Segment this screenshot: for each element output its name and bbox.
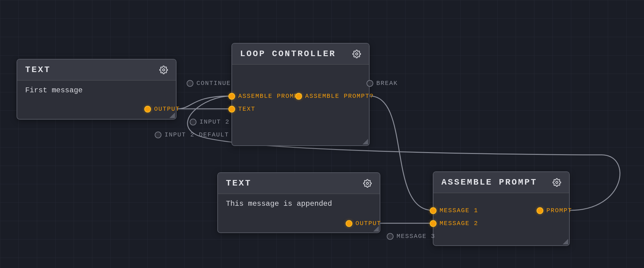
port-dot-icon[interactable] xyxy=(144,106,151,113)
port-dot-icon[interactable] xyxy=(430,207,436,214)
port-loop-input2[interactable]: INPUT 2 xyxy=(190,118,230,125)
port-label: MESSAGE 2 xyxy=(440,220,478,227)
port-label: TEXT xyxy=(238,105,255,113)
port-assemble-message2[interactable]: MESSAGE 2 xyxy=(430,220,478,227)
svg-point-0 xyxy=(163,69,165,71)
node-title: TEXT xyxy=(226,178,251,188)
port-loop-text[interactable]: TEXT xyxy=(228,105,255,113)
port-dot-icon[interactable] xyxy=(387,233,394,240)
gear-icon[interactable] xyxy=(159,66,168,74)
port-dot-icon[interactable] xyxy=(155,132,161,138)
port-label: PROMPT xyxy=(546,207,572,214)
node-title: LOOP CONTROLLER xyxy=(240,49,336,59)
resize-handle-icon[interactable] xyxy=(169,113,175,118)
port-label: OUTPUT xyxy=(154,105,180,113)
svg-point-1 xyxy=(356,53,358,55)
port-loop-assemble-prompt-out[interactable]: ASSEMBLE PROMPT? xyxy=(295,93,374,100)
port-label: CONTINUE xyxy=(196,80,231,87)
port-assemble-prompt-out[interactable]: PROMPT xyxy=(537,207,572,214)
node-content: This message is appended xyxy=(218,194,380,216)
node-title: ASSEMBLE PROMPT xyxy=(441,178,537,187)
port-label: INPUT 2 xyxy=(200,118,230,125)
port-label: BREAK xyxy=(376,80,398,87)
port-loop-input2-default[interactable]: INPUT 2 DEFAULT xyxy=(155,131,229,138)
svg-point-2 xyxy=(367,182,369,184)
port-dot-icon[interactable] xyxy=(367,80,373,87)
node-header: LOOP CONTROLLER xyxy=(232,44,369,65)
port-text1-output[interactable]: OUTPUT xyxy=(144,105,180,113)
node-content: First message xyxy=(17,81,176,102)
node-content xyxy=(433,193,569,209)
port-dot-icon[interactable] xyxy=(228,106,235,113)
port-assemble-message1[interactable]: MESSAGE 1 xyxy=(430,207,478,214)
port-label: OUTPUT xyxy=(355,220,381,227)
port-label: ASSEMBLE PROMPT xyxy=(238,93,303,100)
gear-icon[interactable] xyxy=(352,50,361,58)
svg-point-3 xyxy=(556,181,558,183)
port-text2-output[interactable]: OUTPUT xyxy=(346,220,381,227)
port-dot-icon[interactable] xyxy=(346,220,352,227)
port-loop-break[interactable]: BREAK xyxy=(367,80,398,87)
port-label: MESSAGE 1 xyxy=(440,207,478,214)
node-title: TEXT xyxy=(25,65,51,75)
port-dot-icon[interactable] xyxy=(295,93,302,100)
port-assemble-message3[interactable]: MESSAGE 3 xyxy=(387,233,435,240)
port-label: ASSEMBLE PROMPT? xyxy=(305,93,374,100)
port-dot-icon[interactable] xyxy=(190,119,196,125)
node-header: TEXT xyxy=(218,173,380,194)
port-dot-icon[interactable] xyxy=(537,207,543,214)
resize-handle-icon[interactable] xyxy=(563,239,568,244)
node-header: ASSEMBLE PROMPT xyxy=(433,172,569,193)
node-content xyxy=(232,65,369,80)
gear-icon[interactable] xyxy=(553,178,561,187)
port-dot-icon[interactable] xyxy=(228,93,235,100)
port-dot-icon[interactable] xyxy=(187,80,193,87)
node-header: TEXT xyxy=(17,59,176,81)
port-dot-icon[interactable] xyxy=(430,220,436,227)
resize-handle-icon[interactable] xyxy=(363,139,368,144)
port-loop-assemble-prompt[interactable]: ASSEMBLE PROMPT xyxy=(228,93,303,100)
port-label: INPUT 2 DEFAULT xyxy=(165,131,229,138)
port-label: MESSAGE 3 xyxy=(397,233,435,240)
port-loop-continue[interactable]: CONTINUE xyxy=(187,80,231,87)
gear-icon[interactable] xyxy=(363,179,372,188)
